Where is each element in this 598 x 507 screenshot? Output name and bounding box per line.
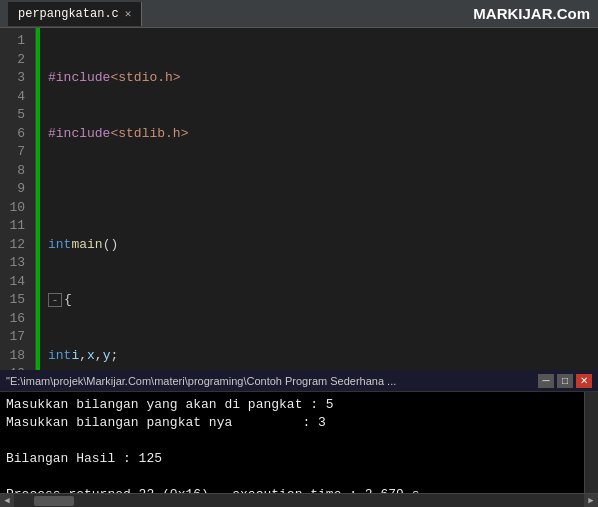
terminal-line-6: Process returned 22 (0x16) execution tim… bbox=[6, 486, 578, 493]
code-line-6: int i,x,y; bbox=[48, 347, 590, 366]
terminal-close-button[interactable]: ✕ bbox=[576, 374, 592, 388]
terminal-line-1: Masukkan bilangan yang akan di pangkat :… bbox=[6, 396, 578, 414]
code-line-5: -{ bbox=[48, 291, 590, 310]
fold-marker-5[interactable]: - bbox=[48, 293, 62, 307]
editor-tab-active[interactable]: perpangkatan.c ✕ bbox=[8, 2, 142, 26]
terminal-minimize-button[interactable]: ─ bbox=[538, 374, 554, 388]
terminal-title: "E:\imam\projek\Markijar.Com\materi\prog… bbox=[6, 375, 396, 387]
editor-title-bar: perpangkatan.c ✕ MARKIJAR.Com bbox=[0, 0, 598, 28]
code-line-2: #include <stdlib.h> bbox=[48, 125, 590, 144]
brand-label: MARKIJAR.Com bbox=[473, 5, 590, 22]
terminal-scrollbar[interactable] bbox=[584, 392, 598, 493]
terminal-horizontal-scrollbar[interactable]: ◀ ▶ bbox=[0, 493, 598, 507]
tab-filename: perpangkatan.c bbox=[18, 7, 119, 21]
scroll-thumb[interactable] bbox=[34, 496, 74, 506]
editor-container: perpangkatan.c ✕ MARKIJAR.Com 1 2 3 4 5 … bbox=[0, 0, 598, 370]
terminal-line-3 bbox=[6, 432, 578, 450]
code-content[interactable]: #include <stdio.h> #include <stdlib.h> i… bbox=[40, 28, 598, 370]
scroll-right-arrow[interactable]: ▶ bbox=[584, 494, 598, 508]
code-line-1: #include <stdio.h> bbox=[48, 69, 590, 88]
line-numbers: 1 2 3 4 5 6 7 8 9 10 11 12 13 14 15 16 1… bbox=[0, 28, 36, 370]
scroll-left-arrow[interactable]: ◀ bbox=[0, 494, 14, 508]
tab-area: perpangkatan.c ✕ bbox=[8, 2, 142, 26]
terminal-container: "E:\imam\projek\Markijar.Com\materi\prog… bbox=[0, 370, 598, 507]
terminal-body: Masukkan bilangan yang akan di pangkat :… bbox=[0, 392, 584, 493]
terminal-line-2: Masukkan bilangan pangkat nya : 3 bbox=[6, 414, 578, 432]
terminal-line-4: Bilangan Hasil : 125 bbox=[6, 450, 578, 468]
terminal-line-5 bbox=[6, 468, 578, 486]
tab-close-button[interactable]: ✕ bbox=[125, 7, 132, 20]
code-area: 1 2 3 4 5 6 7 8 9 10 11 12 13 14 15 16 1… bbox=[0, 28, 598, 370]
code-line-4: int main () bbox=[48, 236, 590, 255]
terminal-window-buttons: ─ □ ✕ bbox=[538, 374, 592, 388]
terminal-maximize-button[interactable]: □ bbox=[557, 374, 573, 388]
code-line-3 bbox=[48, 180, 590, 199]
terminal-title-bar: "E:\imam\projek\Markijar.Com\materi\prog… bbox=[0, 370, 598, 392]
